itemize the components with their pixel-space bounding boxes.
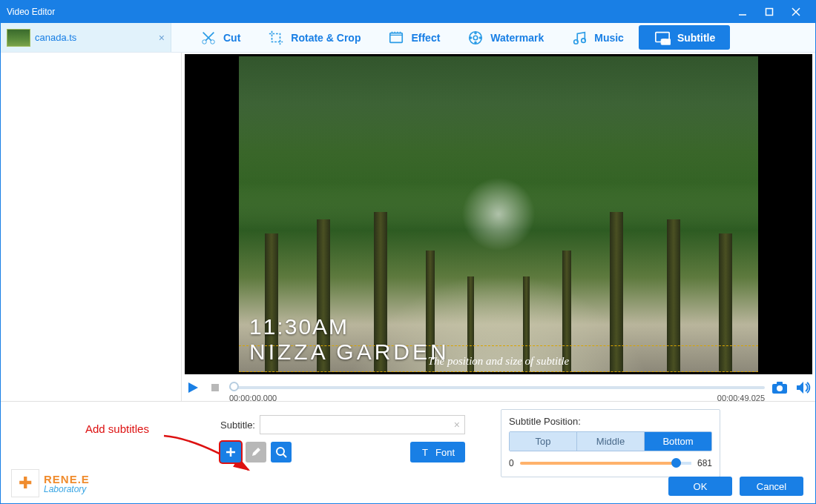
subtitle-icon: T xyxy=(654,29,671,47)
svg-marker-23 xyxy=(797,382,803,394)
svg-point-8 xyxy=(474,36,478,40)
annotation-label: Add subtitles xyxy=(85,422,149,435)
brand-logo: ✚ RENE.E Laboratory xyxy=(11,469,90,497)
cut-icon xyxy=(200,29,217,47)
position-middle[interactable]: Middle xyxy=(577,432,645,451)
svg-point-21 xyxy=(777,385,783,391)
svg-rect-22 xyxy=(777,382,783,385)
svg-rect-1 xyxy=(766,9,773,16)
workspace: 11:30AM NIZZA GARDEN The position and si… xyxy=(1,53,815,401)
crop-icon xyxy=(267,29,285,47)
svg-point-25 xyxy=(277,448,284,455)
svg-point-12 xyxy=(470,36,473,39)
tab-rotate-crop[interactable]: Rotate & Crop xyxy=(254,23,374,52)
svg-point-13 xyxy=(574,39,579,44)
file-name: canada.ts xyxy=(35,32,76,43)
stop-button[interactable] xyxy=(207,379,223,396)
video-overlay-text: 11:30AM NIZZA GARDEN xyxy=(249,314,450,365)
timeline[interactable]: 00:00:00.000 00:00:49.025 xyxy=(229,380,765,395)
tab-label: Effect xyxy=(411,32,440,44)
overlay-time: 11:30AM xyxy=(249,314,450,339)
position-slider[interactable] xyxy=(520,457,691,469)
tab-label: Subtitle xyxy=(677,32,715,44)
snapshot-button[interactable] xyxy=(771,379,789,397)
logo-brand: RENE.E xyxy=(44,474,90,485)
tab-watermark[interactable]: Watermark xyxy=(453,23,557,52)
svg-marker-18 xyxy=(188,382,198,393)
video-stage: 11:30AM NIZZA GARDEN The position and si… xyxy=(185,54,812,374)
overlay-place: NIZZA GARDEN xyxy=(249,339,450,365)
tool-tabs: Cut Rotate & Crop Effect Watermark Music… xyxy=(171,23,815,52)
ok-button[interactable]: OK xyxy=(668,477,732,496)
font-icon: T xyxy=(421,447,431,457)
tab-label: Cut xyxy=(223,32,240,44)
svg-point-10 xyxy=(479,36,481,39)
clear-input-icon[interactable]: × xyxy=(454,419,460,431)
bottom-panel: Add subtitles Subtitle: × T Font Subtitl… xyxy=(1,401,815,503)
tab-music[interactable]: Music xyxy=(557,23,637,52)
tab-subtitle[interactable]: T Subtitle xyxy=(639,25,730,50)
cancel-button[interactable]: Cancel xyxy=(740,477,803,496)
dialog-buttons: OK Cancel xyxy=(668,477,803,496)
subtitle-controls: Subtitle: × T Font xyxy=(220,415,465,470)
slider-max: 681 xyxy=(697,458,712,468)
font-button[interactable]: T Font xyxy=(410,442,465,462)
svg-line-26 xyxy=(283,454,286,457)
svg-rect-19 xyxy=(211,384,219,391)
logo-sub: Laboratory xyxy=(44,485,90,494)
player-bar: 00:00:00.000 00:00:49.025 xyxy=(182,374,815,401)
timeline-knob[interactable] xyxy=(229,382,239,391)
position-bottom[interactable]: Bottom xyxy=(645,432,711,451)
watermark-icon xyxy=(467,29,484,47)
subtitle-input[interactable]: × xyxy=(260,415,465,434)
tab-label: Watermark xyxy=(490,32,544,44)
file-tab[interactable]: canada.ts × xyxy=(1,23,171,52)
svg-text:T: T xyxy=(422,447,428,457)
volume-button[interactable] xyxy=(794,379,812,397)
svg-point-9 xyxy=(475,32,477,34)
add-subtitle-button[interactable] xyxy=(220,442,241,462)
play-button[interactable] xyxy=(185,379,201,396)
edit-subtitle-button[interactable] xyxy=(246,442,266,462)
svg-text:T: T xyxy=(663,39,666,44)
search-subtitle-button[interactable] xyxy=(271,442,292,462)
effect-icon xyxy=(387,29,405,47)
tab-cut[interactable]: Cut xyxy=(186,23,254,52)
titlebar: Video Editor xyxy=(1,1,815,23)
file-thumbnail xyxy=(7,29,30,47)
maximize-button[interactable] xyxy=(756,1,783,23)
logo-mark-icon: ✚ xyxy=(11,469,39,497)
svg-rect-6 xyxy=(390,33,403,42)
tab-effect[interactable]: Effect xyxy=(374,23,453,52)
subtitle-hint-text: The position and size of subtitle xyxy=(428,355,569,368)
music-icon xyxy=(570,29,588,47)
file-tab-close-icon[interactable]: × xyxy=(159,32,165,44)
position-top[interactable]: Top xyxy=(510,432,577,451)
subtitle-position-panel: Subtitle Position: Top Middle Bottom 0 6… xyxy=(501,409,720,477)
preview-area: 11:30AM NIZZA GARDEN The position and si… xyxy=(182,53,815,401)
video-frame: 11:30AM NIZZA GARDEN The position and si… xyxy=(239,56,758,372)
minimize-button[interactable] xyxy=(729,1,756,23)
window-title: Video Editor xyxy=(7,7,729,17)
toolbar: canada.ts × Cut Rotate & Crop Effect Wat… xyxy=(1,23,815,53)
slider-min: 0 xyxy=(509,458,514,468)
tab-label: Music xyxy=(594,32,624,44)
svg-point-11 xyxy=(475,42,477,44)
slider-knob[interactable] xyxy=(671,458,681,468)
position-header: Subtitle Position: xyxy=(509,416,712,427)
close-button[interactable] xyxy=(783,1,809,23)
tab-label: Rotate & Crop xyxy=(291,32,361,44)
sidebar xyxy=(1,53,182,401)
position-segmented: Top Middle Bottom xyxy=(509,431,712,451)
subtitle-input-label: Subtitle: xyxy=(220,420,255,431)
